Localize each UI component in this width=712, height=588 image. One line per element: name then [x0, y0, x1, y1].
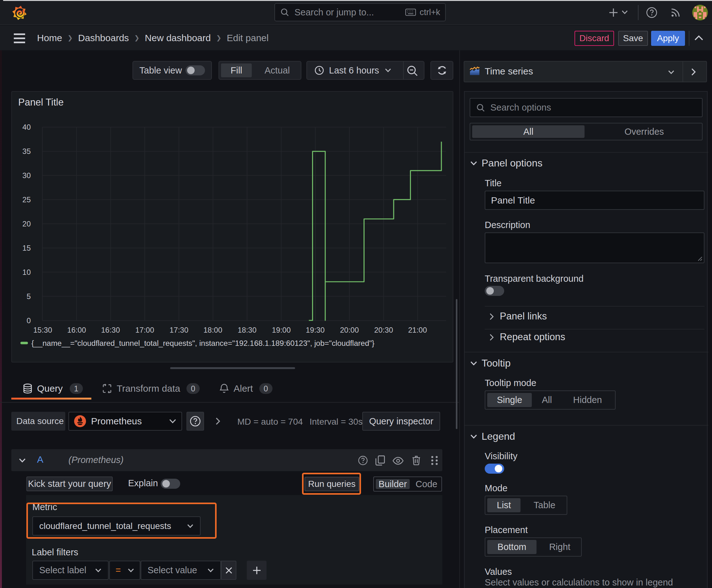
- svg-text:35: 35: [22, 147, 31, 155]
- svg-text:40: 40: [22, 123, 31, 131]
- svg-text:25: 25: [22, 195, 31, 204]
- svg-text:20: 20: [22, 219, 31, 228]
- svg-text:20:00: 20:00: [340, 326, 359, 334]
- svg-text:18:30: 18:30: [238, 326, 257, 334]
- svg-text:17:30: 17:30: [170, 326, 188, 334]
- svg-text:10: 10: [22, 268, 31, 276]
- svg-text:20:30: 20:30: [374, 326, 393, 334]
- svg-text:19:30: 19:30: [306, 326, 325, 334]
- svg-text:15:30: 15:30: [33, 326, 52, 334]
- svg-text:19:00: 19:00: [272, 326, 291, 334]
- svg-text:{__name__="cloudflared_tunnel_: {__name__="cloudflared_tunnel_total_requ…: [31, 339, 374, 348]
- svg-text:16:00: 16:00: [67, 326, 86, 334]
- svg-text:5: 5: [27, 292, 31, 300]
- svg-text:21:00: 21:00: [408, 326, 427, 334]
- svg-text:15: 15: [22, 244, 31, 252]
- svg-text:18:00: 18:00: [203, 326, 222, 334]
- svg-text:17:00: 17:00: [135, 326, 154, 334]
- svg-text:0: 0: [27, 316, 31, 325]
- svg-text:16:30: 16:30: [101, 326, 120, 334]
- svg-text:30: 30: [22, 171, 31, 180]
